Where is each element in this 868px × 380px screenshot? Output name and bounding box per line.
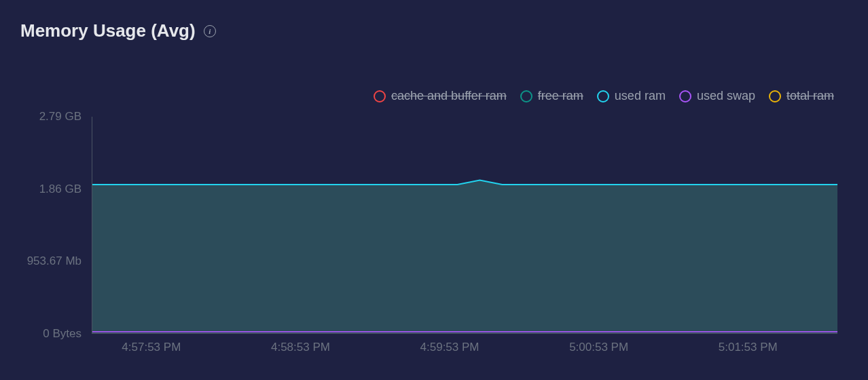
x-axis-tick: 4:58:53 PM — [271, 341, 330, 354]
legend-label: free ram — [538, 89, 583, 103]
legend-swatch-icon — [769, 90, 781, 102]
x-axis-tick: 5:01:53 PM — [719, 341, 778, 354]
legend-swatch-icon — [374, 90, 386, 102]
legend-label: total ram — [786, 89, 834, 103]
info-icon[interactable]: i — [204, 25, 216, 37]
y-axis-tick: 0 Bytes — [43, 327, 82, 341]
y-axis-tick: 953.67 Mb — [27, 254, 82, 268]
legend-item-used-swap[interactable]: used swap — [679, 89, 755, 103]
x-axis-tick: 4:57:53 PM — [122, 341, 181, 354]
y-axis-tick: 1.86 GB — [39, 183, 82, 196]
x-axis-tick: 4:59:53 PM — [420, 341, 480, 354]
legend-swatch-icon — [597, 90, 609, 102]
chart-svg — [92, 117, 837, 333]
chart-plot-area: 2.79 GB 1.86 GB 953.67 Mb 0 Bytes — [92, 117, 837, 334]
y-axis: 2.79 GB 1.86 GB 953.67 Mb 0 Bytes — [20, 117, 82, 334]
chart-header: Memory Usage (Avg) i — [20, 20, 854, 41]
chart-legend: cache and buffer ram free ram used ram u… — [20, 89, 854, 103]
y-axis-tick: 2.79 GB — [39, 110, 82, 124]
chart-title: Memory Usage (Avg) — [20, 20, 196, 41]
legend-swatch-icon — [520, 90, 532, 102]
legend-label: used ram — [615, 89, 666, 103]
legend-label: cache and buffer ram — [391, 89, 507, 103]
legend-item-cache-buffer[interactable]: cache and buffer ram — [374, 89, 507, 103]
legend-item-free-ram[interactable]: free ram — [520, 89, 583, 103]
x-axis-tick: 5:00:53 PM — [569, 341, 628, 354]
legend-item-total-ram[interactable]: total ram — [769, 89, 834, 103]
legend-label: used swap — [697, 89, 755, 103]
series-area-used-ram — [92, 180, 837, 333]
x-axis: 4:57:53 PM 4:58:53 PM 4:59:53 PM 5:00:53… — [92, 341, 837, 361]
legend-swatch-icon — [679, 90, 691, 102]
legend-item-used-ram[interactable]: used ram — [597, 89, 666, 103]
plot-canvas[interactable] — [92, 117, 837, 334]
